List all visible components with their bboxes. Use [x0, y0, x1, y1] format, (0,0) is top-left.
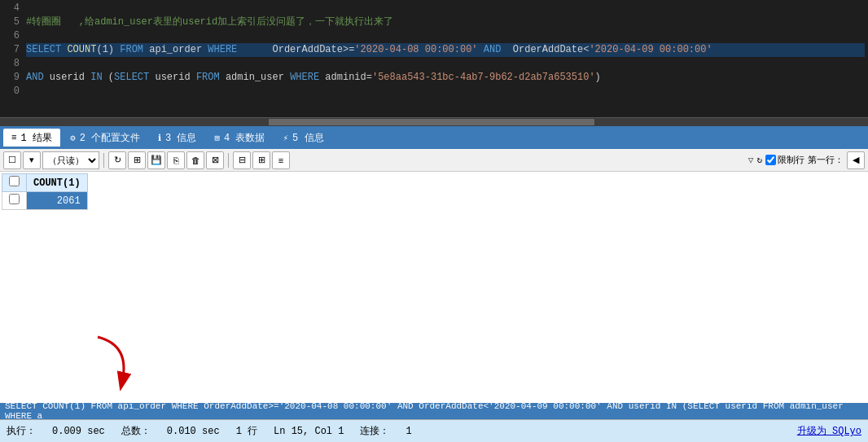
delete-btn[interactable]: 🗑: [186, 151, 204, 169]
main-content: ≡ 1 结果 ⚙ 2 个配置文件 ℹ 3 信息 ⊞ 4 表数据 ⚡ 5 信息 ☐…: [0, 126, 868, 442]
export-btn[interactable]: ⊞: [128, 151, 146, 169]
limit-label: 限制行: [778, 154, 804, 166]
table-wrapper: COUNT(1) 2061: [0, 172, 868, 442]
tab-profiles[interactable]: ⚙ 2 个配置文件: [62, 129, 148, 147]
col-header-count: COUNT(1): [27, 174, 88, 192]
toolbar: ☐ ▾ （只读） ↻ ⊞ 💾 ⎘ 🗑 ⊠ ⊟ ⊞ ≡ ▽ ↻ 限制行 第一行： …: [0, 149, 868, 172]
save-btn[interactable]: 💾: [147, 151, 165, 169]
tab-5info-icon: ⚡: [283, 133, 288, 143]
line7: [26, 98, 32, 112]
refresh-icon[interactable]: ↻: [756, 155, 762, 165]
tab-results[interactable]: ≡ 1 结果: [3, 129, 60, 147]
code-close: ): [595, 71, 601, 85]
exec-label: 执行：: [7, 424, 36, 438]
tab-results-icon: ≡: [11, 133, 17, 142]
tab-profiles-label: 2 个配置文件: [80, 131, 140, 145]
connection-num: 1: [406, 426, 411, 437]
code-keyword-select: SELECT: [26, 43, 67, 57]
separator-2: [228, 153, 229, 168]
code-keyword-where: WHERE: [208, 43, 237, 57]
code-table: api_order: [149, 43, 208, 57]
code-keyword-from: FROM: [120, 43, 149, 57]
th-checkbox[interactable]: [2, 174, 27, 192]
exec-time: 0.009 sec: [52, 426, 105, 437]
form-view-btn[interactable]: ⊞: [252, 151, 270, 169]
upgrade-link[interactable]: 升级为 SQLyo: [797, 424, 861, 438]
tab-profiles-icon: ⚙: [70, 133, 76, 143]
select-all-checkbox[interactable]: [9, 176, 20, 186]
code-content[interactable]: #转圈圈 ,给admin_user表里的userid加上索引后没问题了，一下就执…: [23, 0, 868, 118]
first-row-label: 第一行：: [808, 154, 844, 166]
tab-results-label: 1 结果: [21, 131, 52, 145]
filter-icon[interactable]: ▽: [748, 155, 754, 165]
tab-tabledata-label: 4 表数据: [224, 131, 265, 145]
refresh-btn[interactable]: ↻: [108, 151, 126, 169]
code-adminid: adminid=: [325, 71, 372, 85]
code-keyword-and2: AND: [26, 71, 50, 85]
mode-select[interactable]: （只读）: [42, 151, 99, 169]
total-time: 0.010 sec: [167, 426, 220, 437]
tab-info-icon: ℹ: [158, 133, 161, 143]
tab-5info[interactable]: ⚡ 5 信息: [274, 129, 331, 147]
text-view-btn[interactable]: ≡: [272, 151, 290, 169]
tab-tabledata-icon: ⊞: [214, 133, 220, 143]
code-subquery: (: [108, 71, 114, 85]
code-table2: admin_user: [226, 71, 290, 85]
code-userid2: userid: [155, 71, 195, 85]
grid-btn[interactable]: ⊠: [206, 151, 224, 169]
row-check-1[interactable]: [9, 194, 20, 204]
toolbar-right: ▽ ↻ 限制行 第一行： ◀: [748, 151, 865, 169]
connection-label: 连接：: [360, 424, 389, 438]
code-spaces: [237, 43, 272, 57]
rows-label: 1 行: [236, 424, 257, 438]
nav-prev-btn[interactable]: ◀: [847, 151, 865, 169]
limit-checkbox-input[interactable]: [765, 155, 776, 165]
query-bar-text: SELECT COUNT(1) FROM api_order WHERE Ord…: [5, 403, 863, 419]
checkbox-btn[interactable]: ☐: [3, 151, 21, 169]
query-bar: SELECT COUNT(1) FROM api_order WHERE Ord…: [0, 403, 868, 419]
code-keyword-where2: WHERE: [290, 71, 325, 85]
code-string2: '2020-04-09 00:00:00': [589, 43, 712, 57]
code-string3: '5e8aa543-31bc-4ab7-9b62-d2ab7a653510': [372, 71, 595, 85]
code-keyword-in: IN: [90, 71, 108, 85]
result-table: COUNT(1) 2061: [2, 173, 88, 210]
copy-btn[interactable]: ⎘: [167, 151, 185, 169]
code-userid: userid: [50, 71, 90, 85]
horizontal-scrollbar[interactable]: [0, 118, 868, 126]
tab-info[interactable]: ℹ 3 信息: [150, 129, 204, 147]
bottom-status-bar: 执行： 0.009 sec 总数： 0.010 sec 1 行 Ln 15, C…: [0, 419, 868, 442]
code-keyword-select2: SELECT: [114, 71, 155, 85]
code-comment: #转圈圈 ,给admin_user表里的userid加上索引后没问题了，一下就执…: [26, 15, 393, 29]
dropdown-btn[interactable]: ▾: [23, 151, 41, 169]
editor-area: 4 5 6 7 8 9 0 #转圈圈 ,给admin_user表里的userid…: [0, 0, 868, 118]
tab-info-label: 3 信息: [165, 131, 196, 145]
cell-count-value[interactable]: 2061: [27, 192, 88, 210]
tab-tabledata[interactable]: ⊞ 4 表数据: [206, 129, 273, 147]
total-label: 总数：: [121, 424, 151, 438]
tab-bar: ≡ 1 结果 ⚙ 2 个配置文件 ℹ 3 信息 ⊞ 4 表数据 ⚡ 5 信息: [0, 126, 868, 149]
code-field2: OrderAddDate<: [513, 43, 590, 57]
code-keyword-and1: AND: [478, 43, 513, 57]
code-field1: OrderAddDate>=: [273, 43, 355, 57]
scrollbar-thumb[interactable]: [269, 119, 594, 125]
code-keyword-from2: FROM: [196, 71, 226, 85]
code-paren: (1): [96, 43, 120, 57]
code-function-count: COUNT: [67, 43, 96, 57]
row-checkbox-1[interactable]: [2, 192, 27, 210]
limit-row-check[interactable]: 限制行: [765, 154, 804, 166]
line-numbers: 4 5 6 7 8 9 0: [0, 0, 23, 98]
position-label: Ln 15, Col 1: [274, 426, 344, 437]
table-row: 2061: [2, 192, 88, 210]
tab-5info-label: 5 信息: [292, 131, 323, 145]
code-string1: '2020-04-08 00:00:00': [354, 43, 477, 57]
separator-1: [103, 153, 104, 168]
table-view-btn[interactable]: ⊟: [233, 151, 251, 169]
